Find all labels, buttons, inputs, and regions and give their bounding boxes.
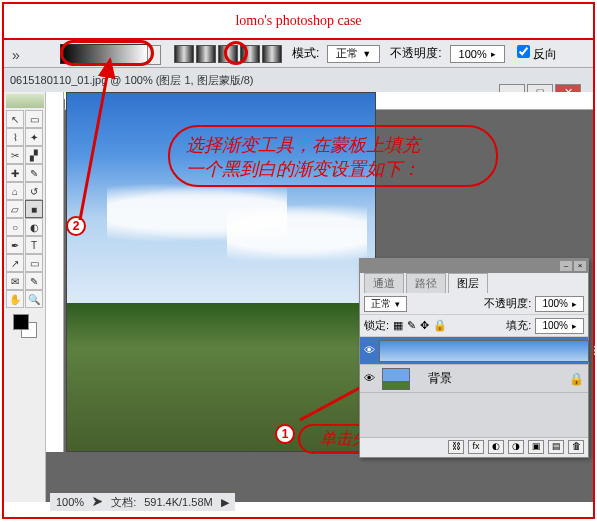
gradient-type-linear[interactable] [174, 45, 194, 63]
lock-pixels[interactable]: ✎ [407, 319, 416, 332]
gradient-type-reflected[interactable] [240, 45, 260, 63]
layer-row-bg[interactable]: 👁 背景 🔒 [360, 365, 588, 393]
brush-tool[interactable]: ✎ [25, 164, 43, 182]
heal-tool[interactable]: ✚ [6, 164, 24, 182]
ruler-vertical [46, 92, 64, 452]
layer-row-1[interactable]: 👁 ⛓ 图层 1 [360, 337, 588, 365]
eraser-tool[interactable]: ▱ [6, 200, 24, 218]
wand-tool[interactable]: ✦ [25, 128, 43, 146]
cloud [227, 203, 367, 263]
color-swatches[interactable] [13, 314, 37, 338]
tutorial-banner: lomo's photoshop case [4, 4, 593, 40]
lock-all[interactable]: 🔒 [433, 319, 447, 332]
fill-label: 填充: [506, 318, 531, 333]
doc-size-value: 591.4K/1.58M [144, 496, 213, 508]
gradient-type-radial[interactable] [196, 45, 216, 63]
feather-logo [6, 94, 44, 108]
crop-tool[interactable]: ✂ [6, 146, 24, 164]
lasso-tool[interactable]: ⌇ [6, 128, 24, 146]
gradient-tool[interactable]: ■ [25, 200, 43, 218]
slice-tool[interactable]: ▞ [25, 146, 43, 164]
layer-new-button[interactable]: ▤ [548, 440, 564, 454]
history-brush-tool[interactable]: ↺ [25, 182, 43, 200]
pen-tool[interactable]: ✒ [6, 236, 24, 254]
zoom-tool[interactable]: 🔍 [25, 290, 43, 308]
opacity-input[interactable]: 100%▸ [450, 45, 505, 63]
blur-tool[interactable]: ○ [6, 218, 24, 236]
gradient-preset-picker[interactable] [60, 44, 148, 64]
layer-thumbnail[interactable] [379, 340, 589, 362]
mode-label: 模式: [292, 45, 319, 62]
shape-tool[interactable]: ▭ [25, 254, 43, 272]
layer-adjust-button[interactable]: ◑ [508, 440, 524, 454]
annotation-instruction-1: 选择渐变工具，在蒙板上填充 一个黑到白的渐变设置如下： [168, 125, 498, 187]
options-bar: 模式: 正常▼ 不透明度: 100%▸ 反向 [4, 40, 593, 68]
opacity-label: 不透明度: [390, 45, 441, 62]
step-marker-2: 2 [66, 216, 86, 236]
layer-delete-button[interactable]: 🗑 [568, 440, 584, 454]
tab-channels[interactable]: 通道 [364, 273, 404, 293]
lock-label: 锁定: [364, 318, 389, 333]
stamp-tool[interactable]: ⌂ [6, 182, 24, 200]
hand-tool[interactable]: ✋ [6, 290, 24, 308]
panel-minimize[interactable]: – [560, 261, 572, 271]
layer-link-button[interactable]: ⛓ [448, 440, 464, 454]
layer-name[interactable]: 背景 [428, 370, 452, 387]
step-marker-1: 1 [275, 424, 295, 444]
layer-opacity-label: 不透明度: [484, 296, 531, 311]
status-bar: 100% ⮞ 文档: 591.4K/1.58M ▶ [50, 493, 235, 511]
expand-chevrons[interactable]: » [12, 47, 20, 63]
visibility-toggle[interactable]: 👁 [364, 372, 378, 386]
link-icon[interactable]: ⛓ [593, 345, 597, 356]
layers-panel: – × 通道 路径 图层 正常▾ 不透明度: 100%▸ 锁定: ▦ ✎ ✥ 🔒… [359, 258, 589, 458]
marquee-tool[interactable]: ▭ [25, 110, 43, 128]
notes-tool[interactable]: ✉ [6, 272, 24, 290]
layer-thumbnail[interactable] [382, 368, 410, 390]
panel-titlebar: – × [360, 259, 588, 273]
gradient-type-angle[interactable] [218, 45, 238, 63]
lock-position[interactable]: ✥ [420, 319, 429, 332]
eyedropper-tool[interactable]: ✎ [25, 272, 43, 290]
gradient-type-diamond[interactable] [262, 45, 282, 63]
visibility-toggle[interactable]: 👁 [364, 344, 375, 358]
blend-mode-select[interactable]: 正常▼ [327, 45, 380, 63]
tools-panel: ↖▭ ⌇✦ ✂▞ ✚✎ ⌂↺ ▱■ ○◐ ✒T ↗▭ ✉✎ ✋🔍 [4, 92, 46, 502]
lock-icon: 🔒 [569, 372, 584, 386]
zoom-level[interactable]: 100% [56, 496, 84, 508]
layer-group-button[interactable]: ▣ [528, 440, 544, 454]
tab-layers[interactable]: 图层 [448, 273, 488, 293]
reverse-checkbox[interactable]: 反向 [517, 45, 557, 63]
doc-size-label: 文档: [111, 495, 136, 510]
panel-close[interactable]: × [574, 261, 586, 271]
type-tool[interactable]: T [25, 236, 43, 254]
fill-input[interactable]: 100%▸ [535, 318, 584, 334]
layer-fx-button[interactable]: fx [468, 440, 484, 454]
layer-mask-button[interactable]: ◐ [488, 440, 504, 454]
tab-paths[interactable]: 路径 [406, 273, 446, 293]
dodge-tool[interactable]: ◐ [25, 218, 43, 236]
layer-blend-mode[interactable]: 正常▾ [364, 296, 407, 312]
path-tool[interactable]: ↗ [6, 254, 24, 272]
lock-transparency[interactable]: ▦ [393, 319, 403, 332]
layer-opacity-input[interactable]: 100%▸ [535, 296, 584, 312]
move-tool[interactable]: ↖ [6, 110, 24, 128]
